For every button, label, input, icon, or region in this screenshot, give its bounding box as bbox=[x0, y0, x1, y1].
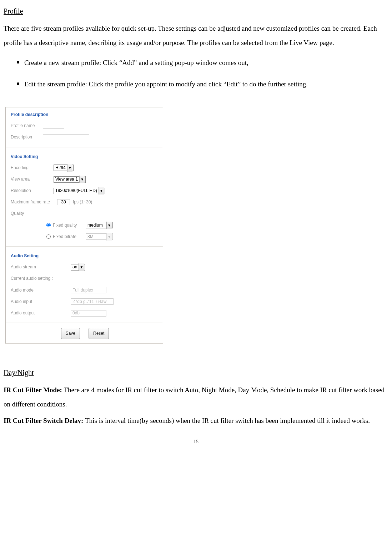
fixed-bitrate-radio[interactable] bbox=[46, 234, 51, 239]
profile-settings-popup: Profile description Profile name Descrip… bbox=[5, 107, 163, 344]
chevron-down-icon: ▼ bbox=[106, 233, 112, 241]
fixed-bitrate-label: Fixed bitrate bbox=[53, 232, 86, 241]
profile-description-title: Profile description bbox=[11, 110, 159, 119]
fixed-bitrate-value: 8M bbox=[87, 232, 94, 241]
divider bbox=[6, 246, 163, 247]
profile-name-label: Profile name bbox=[11, 121, 43, 130]
audio-output-label: Audio output bbox=[11, 309, 71, 318]
ir-delay-label: IR Cut Filter Switch Delay: bbox=[4, 417, 85, 424]
encoding-select[interactable]: H264 ▼ bbox=[54, 165, 74, 171]
framerate-suffix: fps (1~30) bbox=[73, 198, 92, 207]
page-number: 15 bbox=[4, 436, 388, 447]
fixed-bitrate-select: 8M ▼ bbox=[86, 233, 113, 240]
profile-name-input[interactable] bbox=[43, 123, 64, 129]
chevron-down-icon: ▼ bbox=[67, 164, 72, 172]
bullet-edit: Edit the stream profile: Click the profi… bbox=[24, 74, 388, 92]
chevron-down-icon: ▼ bbox=[99, 187, 104, 194]
video-setting-title: Video Setting bbox=[11, 152, 159, 161]
profile-bullets: Create a new stream profile: Click “Add”… bbox=[4, 52, 388, 92]
bullet-create: Create a new stream profile: Click “Add”… bbox=[24, 52, 388, 71]
audio-stream-select[interactable]: on ▼ bbox=[71, 264, 85, 271]
save-button[interactable]: Save bbox=[61, 328, 80, 339]
resolution-value: 1920x1080(FULL HD) bbox=[55, 186, 97, 195]
viewarea-select[interactable]: View area 1 ▼ bbox=[54, 176, 86, 183]
profile-heading: Profile bbox=[4, 4, 388, 19]
ir-mode-paragraph: IR Cut Filter Mode: There are 4 modes fo… bbox=[4, 383, 388, 411]
quality-label: Quality bbox=[11, 209, 54, 218]
audio-input-label: Audio input bbox=[11, 297, 71, 306]
current-audio-label: Current audio setting : bbox=[11, 274, 53, 283]
description-input[interactable] bbox=[43, 134, 89, 140]
framerate-label: Maximum frame rate bbox=[11, 198, 57, 207]
audio-stream-label: Audio stream bbox=[11, 263, 71, 272]
ir-delay-paragraph: IR Cut Filter Switch Delay: This is inte… bbox=[4, 414, 388, 428]
framerate-input[interactable]: 30 bbox=[57, 199, 70, 205]
fixed-quality-select[interactable]: medium ▼ bbox=[86, 222, 113, 228]
divider bbox=[6, 323, 163, 323]
encoding-label: Encoding bbox=[11, 163, 54, 172]
audio-mode-label: Audio mode bbox=[11, 286, 71, 295]
fixed-quality-radio[interactable] bbox=[46, 223, 51, 227]
chevron-down-icon: ▼ bbox=[79, 263, 84, 271]
description-label: Description bbox=[11, 133, 43, 142]
audio-input-value: 27db g.711_u-law bbox=[71, 298, 114, 305]
audio-output-value: 0db bbox=[71, 310, 106, 317]
audio-setting-title: Audio Setting bbox=[11, 252, 159, 261]
resolution-select[interactable]: 1920x1080(FULL HD) ▼ bbox=[54, 188, 105, 194]
daynight-heading: Day/Night bbox=[4, 365, 388, 380]
chevron-down-icon: ▼ bbox=[79, 176, 85, 183]
audio-mode-value: Full duplex bbox=[71, 287, 106, 293]
resolution-label: Resolution bbox=[11, 186, 54, 195]
viewarea-value: View area 1 bbox=[55, 175, 78, 184]
divider bbox=[6, 147, 163, 147]
reset-button[interactable]: Reset bbox=[89, 328, 109, 339]
ir-mode-label: IR Cut Filter Mode: bbox=[4, 386, 64, 394]
viewarea-label: View area bbox=[11, 175, 54, 184]
encoding-value: H264 bbox=[55, 163, 66, 172]
chevron-down-icon: ▼ bbox=[106, 222, 112, 229]
profile-paragraph: There are five stream profiles available… bbox=[4, 21, 388, 50]
ir-delay-text: This is interval time(by seconds) when t… bbox=[85, 417, 370, 424]
fixed-quality-value: medium bbox=[87, 221, 103, 230]
audio-stream-value: on bbox=[72, 263, 77, 272]
fixed-quality-label: Fixed quality bbox=[53, 221, 86, 230]
